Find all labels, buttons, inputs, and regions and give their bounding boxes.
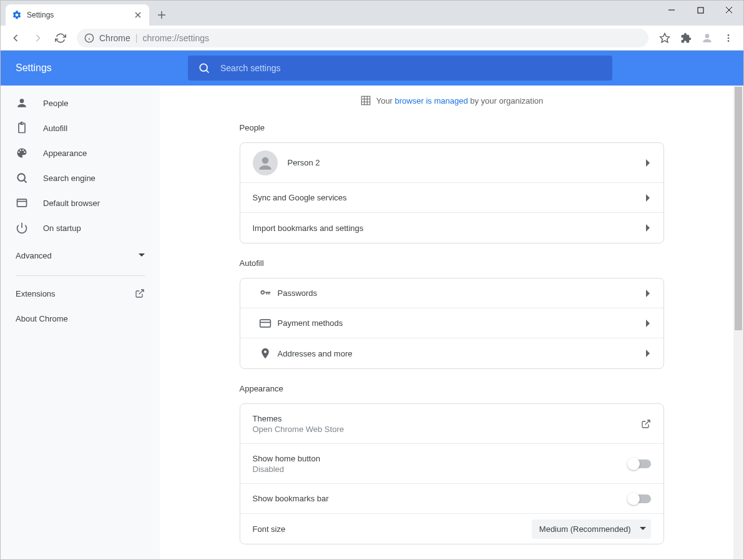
profile-avatar-icon[interactable] [697,28,717,48]
svg-point-3 [705,34,710,38]
row-sublabel: Open Chrome Web Store [253,425,641,434]
sidebar-item-label: Autofill [43,124,67,133]
browser-tab[interactable]: Settings [6,4,149,26]
search-icon [16,172,28,184]
sidebar-item-label: People [43,99,68,108]
themes-row[interactable]: Themes Open Chrome Web Store [240,404,663,444]
svg-point-12 [262,157,268,164]
gear-icon [12,10,22,20]
browser-icon [16,197,28,209]
row-label: Themes [253,414,641,423]
reload-button[interactable] [51,28,71,48]
sidebar-item-appearance[interactable]: Appearance [1,140,160,165]
svg-point-7 [200,64,207,71]
sidebar-item-label: Search engine [43,174,95,183]
section-title-people: People [240,123,664,132]
svg-rect-11 [361,96,370,105]
row-label: Addresses and more [278,349,646,358]
chevron-right-icon [646,194,651,202]
sidebar-item-search-engine[interactable]: Search engine [1,165,160,190]
svg-point-4 [728,34,730,36]
chevron-right-icon [646,320,651,327]
passwords-row[interactable]: Passwords [240,278,663,308]
svg-point-8 [20,99,24,103]
clipboard-icon [16,122,28,134]
forward-button[interactable] [28,28,48,48]
row-label: Passwords [278,288,646,298]
sidebar-item-about[interactable]: About Chrome [1,306,160,331]
omnibox-secure-label: Chrome [99,33,130,43]
new-tab-button[interactable] [153,6,170,24]
external-link-icon [135,288,145,298]
payment-row[interactable]: Payment methods [240,308,663,338]
close-icon[interactable] [133,10,143,20]
banner-link[interactable]: browser is managed [395,96,468,106]
svg-marker-2 [660,33,670,42]
bookmark-star-icon[interactable] [655,28,675,48]
row-label: Sync and Google services [253,193,646,202]
sidebar-item-extensions[interactable]: Extensions [1,281,160,306]
search-input[interactable] [220,63,602,73]
svg-point-5 [728,37,730,39]
row-label: Show bookmarks bar [253,494,629,503]
minimize-button[interactable] [657,1,686,19]
home-button-toggle[interactable] [629,459,651,468]
font-size-dropdown[interactable]: Medium (Recommended) [532,519,651,539]
power-icon [16,222,28,234]
svg-point-9 [17,174,25,181]
window-controls [657,1,743,19]
sidebar-item-autofill[interactable]: Autofill [1,115,160,140]
chevron-right-icon [646,350,651,357]
sidebar-item-label: Appearance [43,149,87,158]
menu-icon[interactable] [718,28,738,48]
sidebar-item-label: About Chrome [16,314,68,323]
sidebar-advanced[interactable]: Advanced [1,240,160,270]
sidebar-item-on-startup[interactable]: On startup [1,215,160,240]
sidebar-item-label: Default browser [43,199,100,208]
bookmarks-bar-toggle[interactable] [629,494,651,503]
sidebar-item-people[interactable]: People [1,91,160,115]
row-label: Import bookmarks and settings [253,224,646,233]
svg-rect-0 [698,7,703,13]
sync-row[interactable]: Sync and Google services [240,183,663,213]
sidebar: People Autofill Appearance Search engine… [1,86,160,559]
tab-title: Settings [27,11,128,19]
close-window-button[interactable] [715,1,743,19]
external-link-icon [641,419,651,429]
chevron-down-icon [139,252,145,258]
addresses-row[interactable]: Addresses and more [240,338,663,368]
scrollbar-thumb[interactable] [735,87,742,330]
site-info-icon[interactable] [84,33,94,43]
maximize-button[interactable] [686,1,715,19]
svg-rect-10 [17,199,27,207]
scrollbar[interactable] [733,86,743,559]
profile-row[interactable]: Person 2 [240,143,663,183]
svg-rect-13 [260,320,270,327]
row-label: Show home button [253,454,629,463]
browser-toolbar: Chrome | chrome://settings [1,26,743,51]
chevron-right-icon [646,159,651,167]
tab-strip: Settings [1,1,743,26]
palette-icon [16,147,28,159]
search-icon [198,62,210,74]
address-bar[interactable]: Chrome | chrome://settings [77,29,649,47]
extensions-icon[interactable] [676,28,696,48]
section-title-autofill: Autofill [240,258,664,268]
back-button[interactable] [6,28,26,48]
divider [16,275,145,276]
chevron-down-icon [640,526,646,532]
sidebar-item-default-browser[interactable]: Default browser [1,190,160,215]
bookmarks-bar-row: Show bookmarks bar [240,484,663,514]
sidebar-item-label: On startup [43,224,81,233]
font-size-row: Font size Medium (Recommended) [240,514,663,544]
sidebar-item-label: Extensions [16,289,56,298]
search-settings[interactable] [188,56,612,81]
building-icon [360,95,371,106]
appearance-card: Themes Open Chrome Web Store Show home b… [240,403,664,544]
section-title-appearance: Appearance [240,384,664,393]
import-row[interactable]: Import bookmarks and settings [240,213,663,243]
home-button-row: Show home button Disabled [240,444,663,484]
banner-suffix: by your organization [468,96,544,106]
key-icon [253,287,278,300]
people-card: Person 2 Sync and Google services Import… [240,142,664,243]
